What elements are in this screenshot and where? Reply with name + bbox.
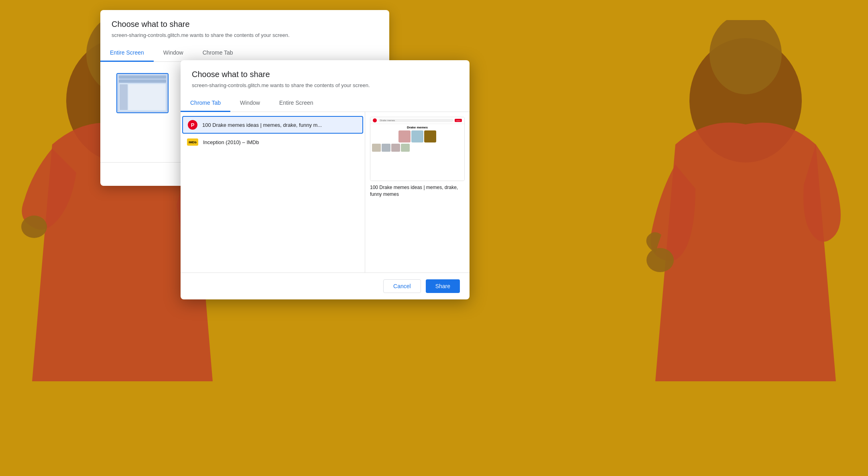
dialog-back-tabs: Entire Screen Window Chrome Tab	[100, 45, 389, 62]
cancel-button-front[interactable]: Cancel	[383, 279, 421, 293]
share-button-front[interactable]: Share	[426, 279, 460, 293]
screen-inner	[117, 74, 168, 112]
dialog-chrome-tab: Choose what to share screen-sharing-cont…	[181, 60, 470, 299]
list-item-pinterest-label: 100 Drake memes ideas | memes, drake, fu…	[202, 122, 322, 128]
tab-chrome-back[interactable]: Chrome Tab	[193, 45, 243, 62]
screen-bar-2	[119, 79, 166, 83]
pinterest-icon: P	[188, 120, 197, 130]
dialog-front-content: P 100 Drake memes ideas | memes, drake, …	[181, 112, 470, 273]
tab-entire-screen-front[interactable]: Entire Screen	[270, 95, 323, 112]
preview-caption: 100 Drake memes ideas | memes, drake, fu…	[370, 184, 465, 198]
mini-img-3	[424, 130, 436, 142]
tab-window-back[interactable]: Window	[154, 45, 193, 62]
imdb-icon: IMDb	[187, 138, 198, 146]
mini-thumb-3	[391, 144, 400, 152]
dialog-front-title: Choose what to share	[192, 70, 458, 79]
mini-thumb-4	[401, 144, 410, 152]
list-item-pinterest[interactable]: P 100 Drake memes ideas | memes, drake, …	[182, 116, 363, 134]
mini-img-1	[398, 130, 411, 142]
list-item-imdb[interactable]: IMDb Inception (2010) – IMDb	[181, 134, 365, 150]
svg-point-2	[21, 216, 47, 238]
mini-search-bar: Drake memes	[378, 119, 453, 122]
mini-page-title: Drake memes	[372, 126, 463, 129]
dialog-back-title: Choose what to share	[112, 20, 378, 29]
tab-list-panel: P 100 Drake memes ideas | memes, drake, …	[181, 112, 365, 273]
dialog-front-footer: Cancel Share	[181, 273, 470, 299]
dialog-front-tabs: Chrome Tab Window Entire Screen	[181, 95, 470, 112]
tab-entire-screen-back[interactable]: Entire Screen	[100, 45, 154, 62]
dialog-front-subtitle: screen-sharing-controls.glitch.me wants …	[192, 82, 458, 88]
tab-window-front[interactable]: Window	[230, 95, 270, 112]
tab-chrome-front[interactable]: Chrome Tab	[181, 95, 230, 112]
screen-preview-thumbnail[interactable]	[116, 73, 169, 113]
dialog-back-header: Choose what to share screen-sharing-cont…	[100, 10, 389, 38]
screen-sidebar	[120, 84, 128, 110]
pinterest-mini-logo	[373, 118, 377, 122]
dialogs-wrapper: Choose what to share screen-sharing-cont…	[100, 4, 768, 472]
screen-bar-1	[119, 75, 166, 79]
mini-learn-btn: Learn	[455, 119, 462, 122]
dialog-front-header: Choose what to share screen-sharing-cont…	[181, 60, 470, 88]
preview-thumbnail: Drake memes Learn Drake memes	[370, 117, 465, 181]
screen-main	[128, 84, 165, 110]
list-item-imdb-label: Inception (2010) – IMDb	[203, 139, 259, 145]
mini-thumb-2	[382, 144, 390, 152]
mini-thumb-1	[372, 144, 381, 152]
screen-content-area	[119, 83, 166, 111]
dialog-back-subtitle: screen-sharing-controls.glitch.me wants …	[112, 32, 378, 38]
mini-img-2	[411, 130, 423, 142]
tab-preview-panel: Drake memes Learn Drake memes	[365, 112, 470, 273]
